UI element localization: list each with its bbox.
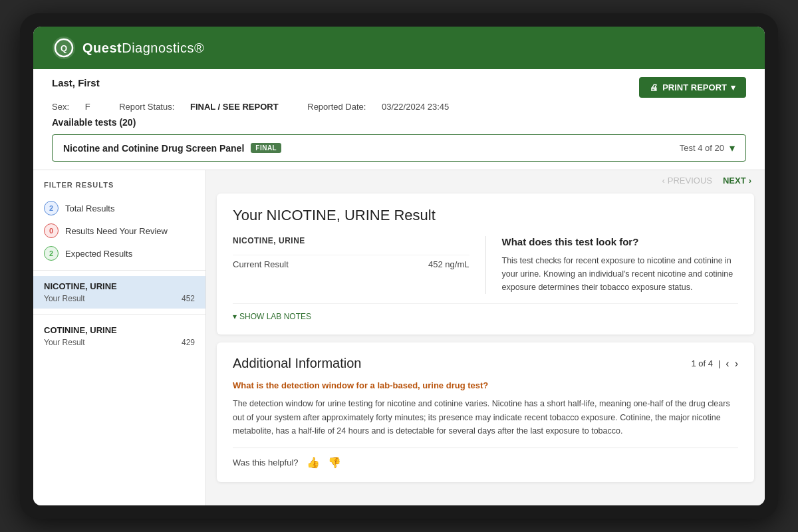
result-left: NICOTINE, URINE Current Result 452 ng/mL: [233, 236, 486, 294]
printer-icon: 🖨: [650, 82, 658, 92]
info-pagination: 1 of 4 | ‹ ›: [691, 358, 738, 370]
sidebar-test-cotinine[interactable]: COTININE, URINE Your Result 429: [33, 320, 205, 352]
available-tests-label: Available tests (20): [52, 117, 746, 128]
filter-expected-results[interactable]: 2 Expected Results: [33, 242, 205, 265]
print-report-button[interactable]: 🖨 PRINT REPORT ▾: [639, 77, 746, 98]
thumbs-up-button[interactable]: 👍: [307, 456, 320, 469]
screen: Q QuestDiagnostics® Last, First 🖨 PRINT …: [33, 27, 765, 505]
sex-label: Sex: F: [52, 102, 106, 112]
svg-text:Q: Q: [61, 43, 67, 53]
next-button[interactable]: NEXT ›: [723, 176, 751, 186]
patient-meta: Sex: F Report Status: FINAL / SEE REPORT…: [52, 102, 746, 112]
result-row: Current Result 452 ng/mL: [233, 255, 469, 273]
sidebar-divider: [33, 270, 205, 271]
helpful-row: Was this helpful? 👍 👎: [233, 456, 738, 469]
test-label: NICOTINE, URINE: [233, 236, 469, 245]
quest-logo-icon: Q: [52, 36, 76, 60]
patient-name: Last, First: [52, 77, 100, 88]
show-lab-notes-button[interactable]: ▾ SHOW LAB NOTES: [233, 303, 738, 321]
result-card-title: Your NICOTINE, URINE Result: [233, 207, 738, 224]
final-badge: FINAL: [251, 143, 281, 153]
result-card: Your NICOTINE, URINE Result NICOTINE, UR…: [217, 194, 754, 334]
header-bar: Q QuestDiagnostics®: [33, 27, 765, 69]
test-position: Test 4 of 20: [680, 143, 724, 153]
chevron-down-icon: ▾: [731, 82, 735, 92]
sidebar: FILTER RESULTS 2 Total Results 0 Results…: [33, 170, 206, 505]
device-frame: Q QuestDiagnostics® Last, First 🖨 PRINT …: [20, 13, 778, 519]
nicotine-test-sub: Your Result 452: [44, 294, 195, 303]
sidebar-test-nicotine[interactable]: NICOTINE, URINE Your Result 452: [33, 276, 205, 309]
total-results-label: Total Results: [65, 203, 114, 213]
chevron-down-icon: ▾: [730, 142, 735, 154]
cotinine-sub-label: Your Result: [44, 338, 85, 347]
reported-date: Reported Date: 03/22/2024 23:45: [307, 102, 462, 112]
info-card-title: Additional Information: [233, 356, 361, 371]
nicotine-sub-label: Your Result: [44, 294, 85, 303]
filter-total-results[interactable]: 2 Total Results: [33, 197, 205, 219]
chevron-left-icon: ‹: [662, 176, 664, 186]
panel-right: Test 4 of 20 ▾: [680, 142, 735, 154]
cotinine-test-sub: Your Result 429: [44, 338, 195, 347]
expected-results-badge: 2: [44, 246, 59, 261]
helpful-label: Was this helpful?: [233, 458, 299, 467]
filter-needs-review[interactable]: 0 Results Need Your Review: [33, 219, 205, 242]
info-card-header: Additional Information 1 of 4 | ‹ ›: [233, 356, 738, 371]
panel-name: Nicotine and Cotinine Drug Screen Panel …: [63, 143, 281, 154]
pagination-prev-icon[interactable]: ‹: [726, 358, 729, 370]
needs-review-label: Results Need Your Review: [65, 226, 168, 236]
additional-info-card: Additional Information 1 of 4 | ‹ › What…: [217, 342, 754, 482]
patient-bar: Last, First 🖨 PRINT REPORT ▾ Sex: F Repo…: [33, 69, 765, 170]
result-card-body: NICOTINE, URINE Current Result 452 ng/mL…: [233, 236, 738, 294]
nicotine-value: 452: [182, 294, 195, 303]
current-result-label: Current Result: [233, 259, 289, 269]
pipe-separator: |: [718, 358, 720, 368]
expected-results-label: Expected Results: [65, 249, 132, 259]
main-content: FILTER RESULTS 2 Total Results 0 Results…: [33, 170, 765, 505]
result-right: What does this test look for? This test …: [486, 236, 739, 294]
what-label: What does this test look for?: [502, 236, 739, 247]
what-text: This test checks for recent exposure to …: [502, 254, 739, 294]
cotinine-value: 429: [182, 338, 195, 347]
sidebar-divider-2: [33, 314, 205, 315]
current-result-value: 452 ng/mL: [428, 259, 469, 269]
nicotine-test-name: NICOTINE, URINE: [44, 281, 195, 291]
needs-review-badge: 0: [44, 223, 59, 238]
thumbs-down-button[interactable]: 👎: [328, 456, 341, 469]
right-panel: ‹ PREVIOUS NEXT › Your NICOTINE, URINE R…: [206, 170, 765, 505]
report-status: Report Status: FINAL / SEE REPORT: [119, 102, 294, 112]
chevron-down-icon: ▾: [233, 312, 237, 321]
pagination-text: 1 of 4: [691, 358, 713, 368]
logo-area: Q QuestDiagnostics®: [52, 36, 204, 60]
panel-selector[interactable]: Nicotine and Cotinine Drug Screen Panel …: [52, 134, 746, 162]
logo-text: QuestDiagnostics®: [82, 41, 204, 56]
question-text: What is the detection window for a lab-b…: [233, 380, 738, 390]
filter-title: FILTER RESULTS: [33, 181, 205, 197]
total-results-badge: 2: [44, 201, 59, 215]
cotinine-test-name: COTININE, URINE: [44, 325, 195, 335]
chevron-right-icon: ›: [749, 176, 751, 186]
previous-button[interactable]: ‹ PREVIOUS: [662, 176, 712, 186]
question-body: The detection window for urine testing f…: [233, 397, 738, 448]
pagination-next-icon[interactable]: ›: [735, 358, 738, 370]
nav-bar: ‹ PREVIOUS NEXT ›: [206, 170, 765, 191]
